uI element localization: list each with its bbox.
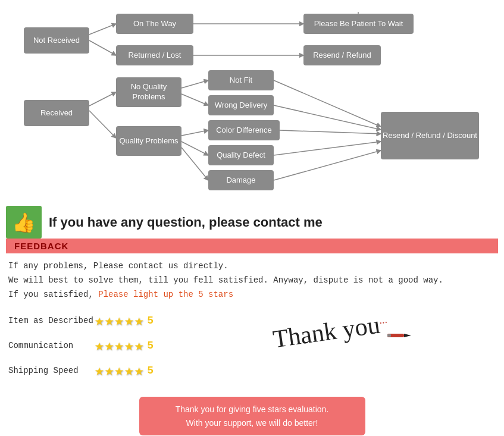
svg-line-5 xyxy=(89,92,116,106)
contact-section: 👍 If you have any question, please conta… xyxy=(0,206,504,239)
box-damage: Damage xyxy=(208,170,274,190)
star-icon: ★ xyxy=(114,336,124,355)
svg-line-10 xyxy=(181,142,208,155)
rating-row: Item as Described★★★★★5 xyxy=(8,311,154,330)
box-resend-refund-small: Resend / Refund xyxy=(303,45,381,65)
feedback-line3: If you satisfied, Please light up the 5 … xyxy=(8,288,496,302)
thumbs-up-icon: 👍 xyxy=(6,206,42,239)
rating-row: Shipping Speed★★★★★5 xyxy=(8,361,154,380)
svg-line-16 xyxy=(274,150,381,180)
box-color-difference: Color Difference xyxy=(208,120,280,140)
star-icon: ★ xyxy=(124,311,134,330)
feedback-body: If any problems, Please contact us direc… xyxy=(0,253,504,308)
box-quality-prob: Quality Problems xyxy=(116,126,181,156)
rating-row: Communication★★★★★5 xyxy=(8,336,154,355)
rating-label: Shipping Speed xyxy=(8,366,95,375)
svg-line-9 xyxy=(181,130,208,136)
bottom-banner: Thank you for giving five stars evaluati… xyxy=(139,397,365,435)
star-icon: ★ xyxy=(124,361,134,380)
stars: ★★★★★ xyxy=(95,336,143,355)
svg-line-11 xyxy=(181,148,208,180)
rating-score: 5 xyxy=(147,365,154,377)
rating-score: 5 xyxy=(147,315,154,327)
feedback-line1: If any problems, Please contact us direc… xyxy=(8,259,496,274)
box-on-the-way: On The Way xyxy=(116,14,193,34)
svg-line-6 xyxy=(89,111,116,138)
thankyou-text: Thank you... xyxy=(271,309,390,354)
svg-line-12 xyxy=(274,80,381,127)
star-icon: ★ xyxy=(114,311,124,330)
feedback-header: FEEDBACK xyxy=(6,239,498,253)
box-not-received: Not Received xyxy=(24,27,89,54)
box-no-quality: No Quality Problems xyxy=(116,77,181,107)
star-icon: ★ xyxy=(95,311,104,330)
star-icon: ★ xyxy=(105,336,114,355)
svg-line-1 xyxy=(89,40,116,55)
bottom-line2: With your support, we will do better! xyxy=(149,416,356,429)
star-icon: ★ xyxy=(134,361,144,380)
star-icon: ★ xyxy=(105,311,114,330)
box-returned-lost: Returned / Lost xyxy=(116,45,193,65)
box-wrong-delivery: Wrong Delivery xyxy=(208,95,274,115)
stars: ★★★★★ xyxy=(95,361,143,380)
rating-table: Item as Described★★★★★5Communication★★★★… xyxy=(8,311,154,386)
box-quality-defect: Quality Defect xyxy=(208,145,274,165)
star-icon: ★ xyxy=(124,336,134,355)
star-icon: ★ xyxy=(95,336,104,355)
bottom-line1: Thank you for giving five stars evaluati… xyxy=(149,403,356,416)
contact-text: If you have any question, please contact… xyxy=(49,215,323,230)
svg-line-13 xyxy=(274,105,381,130)
svg-line-0 xyxy=(89,24,116,34)
flowchart: Not Received On The Way Returned / Lost … xyxy=(12,11,494,195)
star-icon: ★ xyxy=(95,361,104,380)
star-icon: ★ xyxy=(114,361,124,380)
rating-score: 5 xyxy=(147,340,154,352)
box-received: Received xyxy=(24,100,89,126)
svg-line-15 xyxy=(274,142,381,155)
box-resend-refund-discount: Resend / Refund / Discount xyxy=(381,112,479,159)
stars: ★★★★★ xyxy=(95,311,143,330)
svg-line-8 xyxy=(181,94,208,105)
svg-rect-19 xyxy=(387,334,391,337)
svg-line-7 xyxy=(181,80,208,88)
rating-label: Item as Described xyxy=(8,316,95,325)
pen-icon xyxy=(387,331,411,340)
pen-decoration: Thank you... xyxy=(273,317,388,346)
flowchart-section: Not Received On The Way Returned / Lost … xyxy=(0,0,504,201)
star-icon: ★ xyxy=(134,311,144,330)
svg-marker-18 xyxy=(404,334,411,337)
box-not-fit: Not Fit xyxy=(208,70,274,90)
rating-label: Communication xyxy=(8,341,95,350)
star-icon: ★ xyxy=(134,336,144,355)
thankyou-area: Thank you... xyxy=(165,311,496,346)
box-please-wait: Please Be Patient To Wait xyxy=(303,14,414,34)
feedback-highlight: Please light up the 5 stars xyxy=(98,290,233,299)
svg-line-14 xyxy=(280,130,381,134)
feedback-line2: We will best to solve them, till you fel… xyxy=(8,274,496,288)
star-icon: ★ xyxy=(105,361,114,380)
rating-section: Item as Described★★★★★5Communication★★★★… xyxy=(0,308,504,392)
